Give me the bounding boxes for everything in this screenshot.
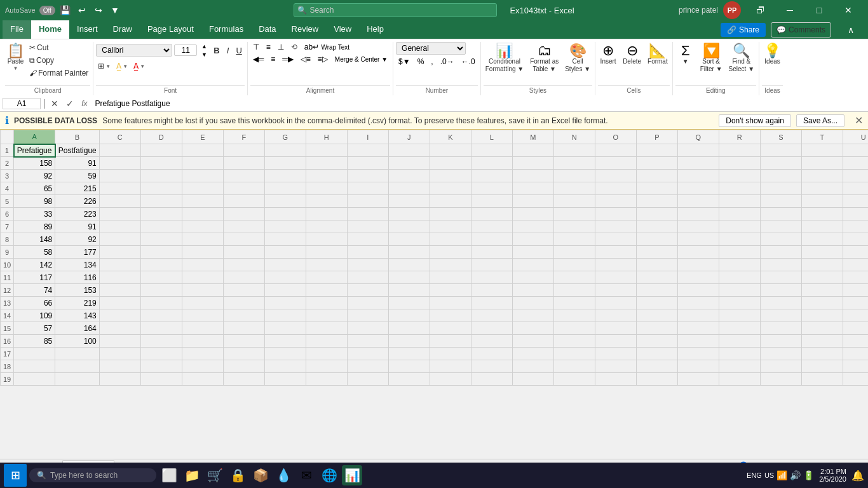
cell-K5[interactable] <box>430 195 471 208</box>
cell-F6[interactable] <box>223 208 264 220</box>
font-size-input[interactable] <box>174 44 197 56</box>
cell-N13[interactable] <box>553 297 595 309</box>
quick-access-more[interactable]: ▼ <box>109 4 121 17</box>
cell-F14[interactable] <box>223 309 264 322</box>
col-header-C[interactable]: C <box>99 130 140 144</box>
cell-M3[interactable] <box>512 170 553 182</box>
cell-T8[interactable] <box>801 233 843 246</box>
cell-N4[interactable] <box>553 182 595 195</box>
cell-E6[interactable] <box>182 208 223 220</box>
cell-styles-btn[interactable]: 🎨 CellStyles ▼ <box>563 42 592 74</box>
cell-M14[interactable] <box>512 309 553 322</box>
cell-D12[interactable] <box>140 284 182 297</box>
cell-Q16[interactable] <box>677 335 719 348</box>
cell-T10[interactable] <box>801 259 843 271</box>
cell-A6[interactable]: 33 <box>14 208 55 220</box>
cell-S14[interactable] <box>760 309 801 322</box>
start-button[interactable]: ⊞ <box>4 464 27 487</box>
comments-button[interactable]: 💬 Comments <box>771 22 831 37</box>
row-header-5[interactable]: 5 <box>1 195 14 208</box>
cell-Q18[interactable] <box>677 360 719 373</box>
cell-J14[interactable] <box>388 309 430 322</box>
cell-F2[interactable] <box>223 157 264 170</box>
cell-U5[interactable] <box>843 195 868 208</box>
cell-N5[interactable] <box>553 195 595 208</box>
cell-K17[interactable] <box>430 348 471 360</box>
cell-Q4[interactable] <box>677 182 719 195</box>
cell-D11[interactable] <box>140 271 182 284</box>
cell-T13[interactable] <box>801 297 843 309</box>
cell-G14[interactable] <box>264 309 306 322</box>
cell-D16[interactable] <box>140 335 182 348</box>
cell-G12[interactable] <box>264 284 306 297</box>
find-select-btn[interactable]: 🔍 Find &Select ▼ <box>727 42 756 74</box>
cell-A5[interactable]: 98 <box>14 195 55 208</box>
col-header-F[interactable]: F <box>223 130 264 144</box>
font-name-select[interactable]: Calibri <box>96 44 172 57</box>
percent-btn[interactable]: % <box>415 57 427 67</box>
cell-R14[interactable] <box>719 309 760 322</box>
wifi-icon[interactable]: 📶 <box>776 470 787 480</box>
cell-K7[interactable] <box>430 220 471 233</box>
cell-T16[interactable] <box>801 335 843 348</box>
cell-K15[interactable] <box>430 322 471 335</box>
cell-D1[interactable] <box>140 144 182 157</box>
cell-C2[interactable] <box>99 157 140 170</box>
task-view-btn[interactable]: ⬜ <box>159 465 179 485</box>
cell-R5[interactable] <box>719 195 760 208</box>
cell-M1[interactable] <box>512 144 553 157</box>
cell-S13[interactable] <box>760 297 801 309</box>
cell-F10[interactable] <box>223 259 264 271</box>
cell-I18[interactable] <box>347 360 388 373</box>
cell-P11[interactable] <box>636 271 677 284</box>
cell-P16[interactable] <box>636 335 677 348</box>
cell-O15[interactable] <box>595 322 636 335</box>
format-painter-button[interactable]: 🖌 Format Painter <box>27 67 90 79</box>
col-header-N[interactable]: N <box>553 130 595 144</box>
cell-A13[interactable]: 66 <box>14 297 55 309</box>
cell-O11[interactable] <box>595 271 636 284</box>
tab-view[interactable]: View <box>326 20 359 39</box>
cell-F8[interactable] <box>223 233 264 246</box>
cell-Q5[interactable] <box>677 195 719 208</box>
dont-show-again-btn[interactable]: Don't show again <box>719 114 791 127</box>
cell-L18[interactable] <box>471 360 512 373</box>
cell-N9[interactable] <box>553 246 595 259</box>
cell-O8[interactable] <box>595 233 636 246</box>
cell-S2[interactable] <box>760 157 801 170</box>
cell-B11[interactable]: 116 <box>55 271 100 284</box>
cell-E11[interactable] <box>182 271 223 284</box>
cell-B17[interactable] <box>55 348 100 360</box>
cell-Q15[interactable] <box>677 322 719 335</box>
cell-O7[interactable] <box>595 220 636 233</box>
cell-D6[interactable] <box>140 208 182 220</box>
cell-O16[interactable] <box>595 335 636 348</box>
cell-C10[interactable] <box>99 259 140 271</box>
cell-S12[interactable] <box>760 284 801 297</box>
cell-U13[interactable] <box>843 297 868 309</box>
cell-C19[interactable] <box>99 373 140 386</box>
cell-I11[interactable] <box>347 271 388 284</box>
cell-I1[interactable] <box>347 144 388 157</box>
cell-C11[interactable] <box>99 271 140 284</box>
cell-D10[interactable] <box>140 259 182 271</box>
cell-J1[interactable] <box>388 144 430 157</box>
cell-A19[interactable] <box>14 373 55 386</box>
cell-E13[interactable] <box>182 297 223 309</box>
cell-R8[interactable] <box>719 233 760 246</box>
cell-T3[interactable] <box>801 170 843 182</box>
cell-G11[interactable] <box>264 271 306 284</box>
align-left-btn[interactable]: ◀═ <box>250 54 267 64</box>
cell-H19[interactable] <box>306 373 347 386</box>
cell-M11[interactable] <box>512 271 553 284</box>
col-header-A[interactable]: A <box>14 130 55 144</box>
cell-K6[interactable] <box>430 208 471 220</box>
tab-draw[interactable]: Draw <box>105 20 140 39</box>
cell-M13[interactable] <box>512 297 553 309</box>
cell-K13[interactable] <box>430 297 471 309</box>
tab-page-layout[interactable]: Page Layout <box>140 20 201 39</box>
cell-B1[interactable]: Postfatigue <box>55 144 100 157</box>
cell-C4[interactable] <box>99 182 140 195</box>
cell-S4[interactable] <box>760 182 801 195</box>
cell-M15[interactable] <box>512 322 553 335</box>
